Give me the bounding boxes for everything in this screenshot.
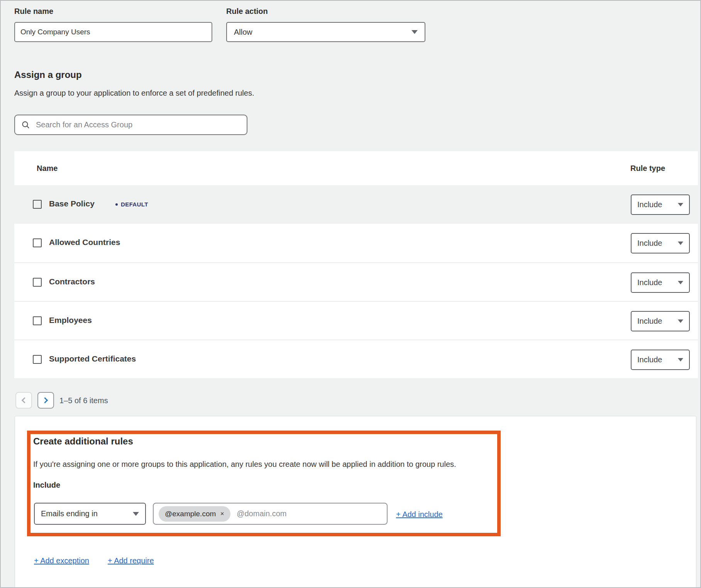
add-include-link[interactable]: + Add include	[396, 510, 443, 519]
include-label: Include	[33, 481, 60, 490]
chevron-down-icon	[678, 242, 683, 245]
table-row: Supported Certificates Include	[14, 340, 698, 378]
chevron-down-icon	[678, 319, 683, 323]
additional-rules-description: If you're assigning one or more groups t…	[33, 460, 493, 469]
pagination-prev-button[interactable]	[15, 392, 32, 409]
search-input[interactable]	[36, 120, 240, 129]
rule-action-select[interactable]: Allow	[226, 22, 425, 42]
column-header-rule-type: Rule type	[630, 164, 665, 173]
rule-type-dropdown[interactable]: Include	[631, 350, 690, 370]
group-name: Employees	[49, 316, 92, 325]
default-badge-label: DEFAULT	[121, 201, 148, 208]
chevron-down-icon	[411, 30, 418, 34]
rule-type-dropdown[interactable]: Include	[631, 194, 690, 215]
rule-type-dropdown[interactable]: Include	[631, 311, 690, 331]
rule-type-value: Include	[637, 355, 662, 364]
rule-type-value: Include	[637, 200, 662, 209]
row-checkbox[interactable]	[33, 278, 42, 287]
condition-type-select[interactable]: Emails ending in	[34, 503, 146, 525]
pagination-next-button[interactable]	[37, 392, 54, 409]
groups-table-header: Name Rule type	[14, 151, 698, 185]
rule-type-dropdown[interactable]: Include	[631, 233, 690, 253]
table-row: Employees Include	[14, 301, 698, 340]
access-group-search[interactable]	[14, 115, 247, 135]
group-name: Allowed Countries	[49, 238, 120, 247]
chevron-down-icon	[678, 358, 683, 362]
rule-type-value: Include	[637, 239, 662, 248]
row-checkbox[interactable]	[33, 355, 42, 364]
chevron-down-icon	[678, 281, 683, 284]
chevron-right-icon	[42, 397, 48, 404]
row-checkbox[interactable]	[33, 200, 42, 209]
table-row: Allowed Countries Include	[14, 224, 698, 262]
table-row: Base Policy DEFAULT Include	[14, 185, 698, 224]
column-header-name: Name	[37, 164, 58, 173]
chip-remove-icon[interactable]: ✕	[220, 511, 224, 517]
rule-action-label: Rule action	[226, 7, 268, 16]
domain-input[interactable]	[237, 509, 382, 518]
chevron-down-icon	[133, 512, 139, 516]
email-domains-input[interactable]: @example.com ✕	[153, 503, 388, 525]
assign-group-title: Assign a group	[14, 69, 82, 80]
pagination-range-text: 1–5 of 6 items	[59, 396, 108, 405]
badge-dot-icon	[115, 203, 118, 206]
add-exception-link[interactable]: + Add exception	[34, 556, 89, 565]
rule-type-value: Include	[637, 278, 662, 287]
additional-rules-title: Create additional rules	[33, 436, 133, 447]
table-row: Contractors Include	[14, 262, 698, 301]
chip-label: @example.com	[165, 510, 216, 518]
rule-type-value: Include	[637, 317, 662, 326]
search-icon	[22, 121, 30, 129]
group-name: Base Policy	[49, 199, 95, 208]
condition-type-value: Emails ending in	[41, 509, 98, 518]
chevron-left-icon	[22, 397, 28, 404]
group-name: Supported Certificates	[49, 354, 136, 363]
groups-table: Name Rule type Base Policy DEFAULT Inclu…	[14, 151, 698, 378]
rule-editor-page: Rule name Rule action Allow Assign a gro…	[0, 0, 701, 588]
row-checkbox[interactable]	[33, 238, 42, 247]
row-checkbox[interactable]	[33, 316, 42, 325]
group-name: Contractors	[49, 277, 95, 286]
default-badge: DEFAULT	[115, 201, 148, 208]
assign-group-description: Assign a group to your application to en…	[14, 89, 254, 98]
rule-name-input[interactable]	[14, 22, 212, 42]
rule-type-dropdown[interactable]: Include	[631, 272, 690, 293]
chevron-down-icon	[678, 203, 683, 206]
rule-name-label: Rule name	[14, 7, 53, 16]
rule-action-value: Allow	[234, 28, 252, 37]
add-require-link[interactable]: + Add require	[108, 556, 154, 565]
email-domain-chip: @example.com ✕	[159, 506, 230, 522]
